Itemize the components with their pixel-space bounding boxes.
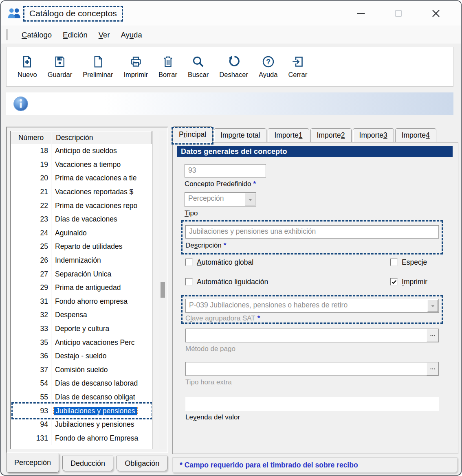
table-rows: 18Anticipo de sueldos19Vacaciones a tiem… bbox=[11, 144, 152, 449]
toolbar-nuevo-button[interactable]: Nuevo bbox=[12, 50, 42, 84]
minimize-button[interactable] bbox=[356, 8, 366, 19]
clave-sat-select[interactable]: P-039 Jubilaciones, pensiones o haberes … bbox=[185, 299, 439, 313]
tab-deduccion[interactable]: Deducción bbox=[62, 456, 113, 471]
tipo-dropdown-button[interactable] bbox=[245, 193, 255, 206]
table-row[interactable]: 20Prima de vacaciones a tie bbox=[11, 171, 152, 185]
toolbar-guardar-button[interactable]: Guardar bbox=[42, 50, 78, 84]
catalog-table-panel: Número Descripción 18Anticipo de sueldos… bbox=[6, 127, 168, 453]
row-description-cell: Anticipo vacaciones Perc bbox=[51, 338, 152, 347]
clave-sat-dropdown-button[interactable] bbox=[427, 300, 438, 312]
info-icon bbox=[13, 96, 29, 112]
table-row[interactable]: 94Jubilaciones y pensiones bbox=[11, 418, 152, 432]
close-button[interactable] bbox=[431, 8, 441, 19]
column-header-descripcion[interactable]: Descripción bbox=[51, 131, 152, 144]
principal-tab-page: Datos generales del concepto 93 Concepto… bbox=[172, 142, 458, 454]
row-description-cell: Fondo ahorro empresa bbox=[51, 297, 152, 306]
table-row[interactable]: 131Fondo de ahorro Empresa bbox=[11, 431, 152, 445]
table-row[interactable]: 37Comisión sueldo bbox=[11, 363, 152, 377]
metodo-pago-browse-button[interactable] bbox=[427, 329, 438, 342]
tipo-label: Tipo bbox=[185, 209, 198, 217]
table-row[interactable]: 35Anticipo vacaciones Perc bbox=[11, 336, 152, 349]
tab-principal[interactable]: Principal bbox=[172, 126, 213, 143]
tab-importe-1[interactable]: Importe 1 bbox=[268, 128, 309, 142]
tab-percepcion[interactable]: Percepción bbox=[6, 453, 59, 473]
required-asterisk: * bbox=[224, 241, 227, 249]
table-row[interactable]: 19Vacaciones a tiempo bbox=[11, 158, 152, 172]
table-row[interactable]: 27Separación Unica bbox=[11, 267, 152, 281]
automatico-liquidacion-checkbox[interactable] bbox=[185, 278, 193, 285]
especie-checkbox[interactable] bbox=[390, 259, 398, 266]
window-title: Catálogo de conceptos bbox=[23, 6, 123, 22]
menu-ayuda[interactable]: Ayuda bbox=[121, 31, 142, 39]
tipo-hora-extra-browse-button[interactable] bbox=[427, 362, 438, 375]
descripcion-field[interactable]: Jubilaciones y pensiones una exhibición bbox=[185, 225, 439, 239]
trash-icon bbox=[162, 55, 174, 68]
automatico-global-checkbox[interactable] bbox=[185, 259, 193, 266]
section-header: Datos generales del concepto bbox=[177, 146, 453, 157]
table-header: Número Descripción bbox=[11, 131, 152, 144]
tab-obligacion[interactable]: Obligación bbox=[117, 456, 167, 471]
menu-edicion[interactable]: Edición bbox=[63, 31, 88, 39]
table-row[interactable]: 29Prima de antiguedad bbox=[11, 281, 152, 295]
row-number-cell: 131 bbox=[11, 431, 51, 445]
table-vertical-scrollbar[interactable] bbox=[159, 131, 166, 449]
search-icon bbox=[192, 55, 205, 68]
toolbar-ayuda-button[interactable]: ?Ayuda bbox=[253, 50, 283, 84]
row-number-cell: 20 bbox=[11, 171, 51, 185]
toolbar-buscar-button[interactable]: Buscar bbox=[183, 50, 214, 84]
leyenda-valor-field[interactable] bbox=[185, 397, 439, 411]
row-description-cell: Días de descanso laborad bbox=[51, 379, 152, 388]
row-description-cell: Reparto de utilidades bbox=[51, 242, 152, 251]
tab-importe-4[interactable]: Importe 4 bbox=[395, 128, 436, 142]
row-number-cell: 55 bbox=[11, 390, 51, 404]
table-row[interactable]: 25Reparto de utilidades bbox=[11, 240, 152, 254]
row-number-cell: 25 bbox=[11, 240, 51, 254]
table-row[interactable]: 21Vacaciones reportadas $ bbox=[11, 185, 152, 199]
table-row[interactable]: 32Despensa bbox=[11, 308, 152, 322]
table-row[interactable]: 22Prima de vacaciones repo bbox=[11, 199, 152, 213]
table-row[interactable]: 33Deporte y cultura bbox=[11, 322, 152, 336]
printer-icon bbox=[130, 55, 142, 68]
tipo-select[interactable]: Percepción bbox=[185, 192, 256, 207]
imprimir-checkbox[interactable] bbox=[390, 278, 398, 285]
menu-gripper bbox=[6, 29, 8, 40]
menu-catalogo[interactable]: Catálogo bbox=[22, 31, 52, 39]
toolbar-preliminar-button[interactable]: Preliminar bbox=[77, 50, 118, 84]
toolbar-deshacer-button[interactable]: Deshacer bbox=[214, 50, 253, 84]
exit-icon bbox=[291, 55, 304, 68]
tab-importe-total[interactable]: Importe total bbox=[214, 128, 266, 142]
toolbar-button-label: Imprimir bbox=[124, 71, 148, 79]
table-row[interactable]: 24Aguinaldo bbox=[11, 226, 152, 240]
table-row[interactable]: 36Destajo - sueldo bbox=[11, 349, 152, 363]
scrollbar-thumb[interactable] bbox=[161, 282, 165, 298]
table-row[interactable]: 26Indemnización bbox=[11, 254, 152, 268]
menu-ver[interactable]: Ver bbox=[99, 31, 110, 39]
row-description-cell: Deporte y cultura bbox=[51, 325, 152, 333]
column-header-numero[interactable]: Número bbox=[11, 131, 51, 144]
toolbar-borrar-button[interactable]: Borrar bbox=[153, 50, 183, 84]
toolbar-imprimir-button[interactable]: Imprimir bbox=[119, 50, 154, 84]
concepto-predefinido-field[interactable]: 93 bbox=[185, 164, 266, 178]
catalog-table: Número Descripción 18Anticipo de sueldos… bbox=[10, 131, 152, 449]
tipo-hora-extra-field[interactable] bbox=[185, 362, 439, 376]
table-row[interactable]: 54Días de descanso laborad bbox=[11, 377, 152, 390]
toolbar-button-label: Preliminar bbox=[83, 71, 113, 79]
required-asterisk: * bbox=[257, 314, 260, 322]
toolbar-button-label: Guardar bbox=[48, 71, 73, 79]
infobar bbox=[6, 92, 453, 115]
row-description-cell: Jubilaciones y pensiones bbox=[51, 420, 152, 429]
row-description-cell: Destajo - sueldo bbox=[51, 352, 152, 360]
toolbar-cerrar-button[interactable]: Cerrar bbox=[283, 50, 312, 84]
table-row[interactable]: 31Fondo ahorro empresa bbox=[11, 295, 152, 309]
table-row[interactable]: 93Jubilaciones y pensiones bbox=[11, 404, 152, 418]
tab-importe-3[interactable]: Importe 3 bbox=[353, 128, 394, 142]
row-number-cell: 36 bbox=[11, 349, 51, 363]
metodo-pago-field[interactable] bbox=[185, 329, 439, 342]
table-row[interactable]: 55Días de descanso obligat bbox=[11, 390, 152, 404]
row-description-cell: Anticipo de sueldos bbox=[51, 147, 152, 155]
row-number-cell: 26 bbox=[11, 254, 51, 268]
tab-importe-2[interactable]: Importe 2 bbox=[310, 128, 352, 142]
row-description-cell: Días de vacaciones bbox=[51, 215, 152, 224]
table-row[interactable]: 23Días de vacaciones bbox=[11, 213, 152, 226]
table-row[interactable]: 18Anticipo de sueldos bbox=[11, 144, 152, 158]
